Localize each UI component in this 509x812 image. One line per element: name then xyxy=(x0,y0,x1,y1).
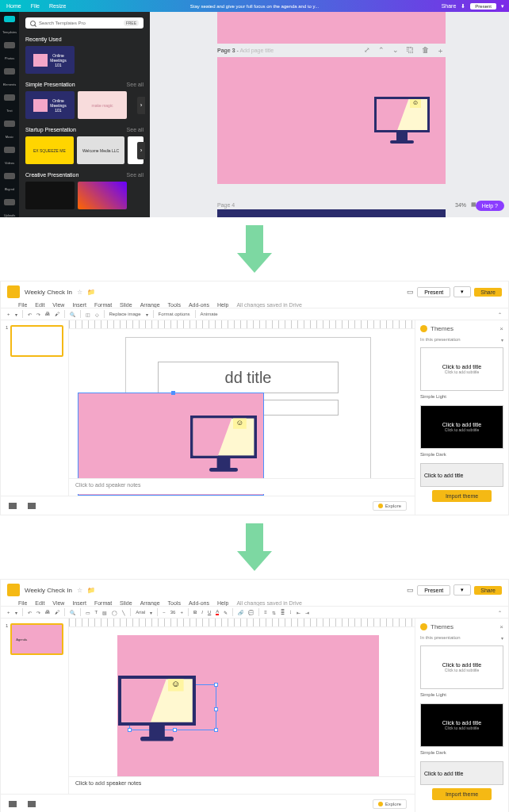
new-slide-icon[interactable]: + xyxy=(7,312,10,316)
align-icon[interactable]: ≡ xyxy=(264,610,267,615)
chevron-down-icon[interactable]: ▾ xyxy=(501,635,503,641)
font-select[interactable]: Arial xyxy=(136,610,145,615)
share-button[interactable]: Share xyxy=(474,586,502,595)
view-filmstrip-icon[interactable] xyxy=(9,503,17,509)
slides-logo-icon[interactable] xyxy=(7,584,20,596)
move-icon[interactable]: 📁 xyxy=(87,587,95,594)
menu-help[interactable]: Help xyxy=(217,600,228,606)
template-thumb[interactable] xyxy=(78,182,127,209)
chevron-down-icon[interactable]: ▾ xyxy=(501,337,503,343)
menu-edit[interactable]: Edit xyxy=(35,600,44,606)
star-icon[interactable]: ☆ xyxy=(77,587,82,594)
spacing-icon[interactable]: ⇅ xyxy=(272,610,276,615)
move-icon[interactable]: 📁 xyxy=(87,289,95,296)
theme-simple-light[interactable]: Click to add titleClick to add subtitle xyxy=(420,347,503,391)
print-icon[interactable]: 🖶 xyxy=(45,610,50,615)
indent-inc-icon[interactable]: ⇥ xyxy=(305,610,309,615)
menu-tools[interactable]: Tools xyxy=(168,302,181,308)
chevron-up-icon[interactable]: ⌃ xyxy=(498,312,502,317)
elements-icon[interactable] xyxy=(4,68,15,75)
comment-icon[interactable]: 💬 xyxy=(248,610,254,615)
select-icon[interactable]: ▭ xyxy=(86,610,90,615)
highlight-icon[interactable]: ✎ xyxy=(224,610,228,615)
menu-file[interactable]: File xyxy=(18,600,27,606)
link-icon[interactable]: 🔗 xyxy=(238,610,243,615)
font-size[interactable]: 36 xyxy=(170,610,176,615)
scroll-right-icon[interactable]: › xyxy=(137,142,145,159)
theme-option[interactable]: Click to add title xyxy=(420,761,503,785)
menu-addons[interactable]: Add-ons xyxy=(189,600,209,606)
crop-icon[interactable]: ◫ xyxy=(86,312,90,317)
import-theme-button[interactable]: Import theme xyxy=(432,788,492,800)
explore-button[interactable]: Explore xyxy=(373,501,407,511)
text-color-icon[interactable]: A xyxy=(216,609,219,615)
menu-format[interactable]: Format xyxy=(94,302,112,308)
templates-icon[interactable] xyxy=(4,16,15,22)
see-all-link[interactable]: See all xyxy=(127,172,144,178)
doc-title[interactable]: Weekly Check In xyxy=(25,289,72,296)
background-icon[interactable] xyxy=(4,173,15,179)
replace-image-button[interactable]: Replace image xyxy=(109,312,141,316)
title-placeholder[interactable]: dd title xyxy=(158,362,339,393)
mask-icon[interactable]: ◇ xyxy=(95,312,99,317)
menu-view[interactable]: View xyxy=(52,302,64,308)
slide-thumb-1[interactable]: Agenda xyxy=(10,623,63,655)
share-button[interactable]: Share xyxy=(474,288,502,297)
canva-search[interactable]: FREE xyxy=(25,17,144,29)
delete-icon[interactable]: 🗑 xyxy=(422,46,429,56)
redo-icon[interactable]: ↷ xyxy=(36,610,40,615)
photos-icon[interactable] xyxy=(4,42,15,48)
menu-tools[interactable]: Tools xyxy=(168,600,181,606)
present-dropdown[interactable]: ▾ xyxy=(454,584,471,596)
shape-icon[interactable]: ◯ xyxy=(112,610,117,615)
print-icon[interactable]: 🖶 xyxy=(45,312,50,316)
comments-icon[interactable]: ▭ xyxy=(407,586,414,594)
slide-thumb-1[interactable] xyxy=(10,325,63,357)
move-down-icon[interactable]: ⌄ xyxy=(392,46,399,56)
menu-addons[interactable]: Add-ons xyxy=(189,302,209,308)
canva-share-button[interactable]: Share xyxy=(442,3,457,9)
zoom-fit-icon[interactable]: 🔍 xyxy=(70,610,75,615)
theme-simple-dark[interactable]: Click to add titleClick to add subtitle xyxy=(420,703,503,747)
template-thumb[interactable]: Online Meetings 101 xyxy=(25,46,75,74)
canva-file[interactable]: File xyxy=(31,3,40,9)
videos-icon[interactable] xyxy=(4,147,15,153)
template-thumb[interactable] xyxy=(25,182,75,209)
star-icon[interactable]: ☆ xyxy=(77,289,82,296)
move-up-icon[interactable]: ⌃ xyxy=(378,46,385,56)
speaker-notes[interactable]: Click to add speaker notes xyxy=(69,478,415,494)
undo-icon[interactable]: ↶ xyxy=(28,312,32,317)
expand-icon[interactable]: ⤢ xyxy=(364,46,370,56)
canva-home[interactable]: Home xyxy=(6,3,21,9)
paint-icon[interactable]: 🖌 xyxy=(55,610,59,615)
format-options-button[interactable]: Format options xyxy=(159,312,190,316)
textbox-icon[interactable]: T xyxy=(95,610,98,615)
animate-button[interactable]: Animate xyxy=(201,312,218,316)
zoom-fit-icon[interactable]: 🔍 xyxy=(70,312,75,317)
canva-slide-3[interactable]: ☺ xyxy=(217,57,446,184)
copy-icon[interactable]: ⿻ xyxy=(407,46,414,56)
menu-file[interactable]: File xyxy=(18,302,27,308)
menu-slide[interactable]: Slide xyxy=(120,302,132,308)
help-button[interactable]: Help ? xyxy=(476,201,504,211)
present-button[interactable]: Present xyxy=(417,585,450,596)
menu-arrange[interactable]: Arrange xyxy=(140,600,160,606)
zoom-value[interactable]: 34% xyxy=(455,202,466,208)
present-button[interactable]: Present xyxy=(417,287,450,297)
view-filmstrip-icon[interactable] xyxy=(9,801,17,807)
doc-title[interactable]: Weekly Check In xyxy=(25,587,72,594)
chevron-down-icon[interactable]: ▾ xyxy=(501,3,504,10)
chevron-up-icon[interactable]: ⌃ xyxy=(498,610,502,615)
import-theme-button[interactable]: Import theme xyxy=(432,490,492,502)
scroll-right-icon[interactable]: › xyxy=(137,97,145,114)
menu-insert[interactable]: Insert xyxy=(72,302,86,308)
search-input[interactable] xyxy=(39,21,121,25)
theme-simple-dark[interactable]: Click to add titleClick to add subtitle xyxy=(420,405,503,449)
slide-content[interactable]: Agenda ☺ xyxy=(117,635,379,782)
canva-present-button[interactable]: Present xyxy=(470,3,496,10)
menu-format[interactable]: Format xyxy=(94,600,112,606)
uploads-icon[interactable] xyxy=(4,199,15,205)
menu-insert[interactable]: Insert xyxy=(72,600,86,606)
canva-resize[interactable]: Resize xyxy=(49,3,66,9)
menu-arrange[interactable]: Arrange xyxy=(140,302,160,308)
